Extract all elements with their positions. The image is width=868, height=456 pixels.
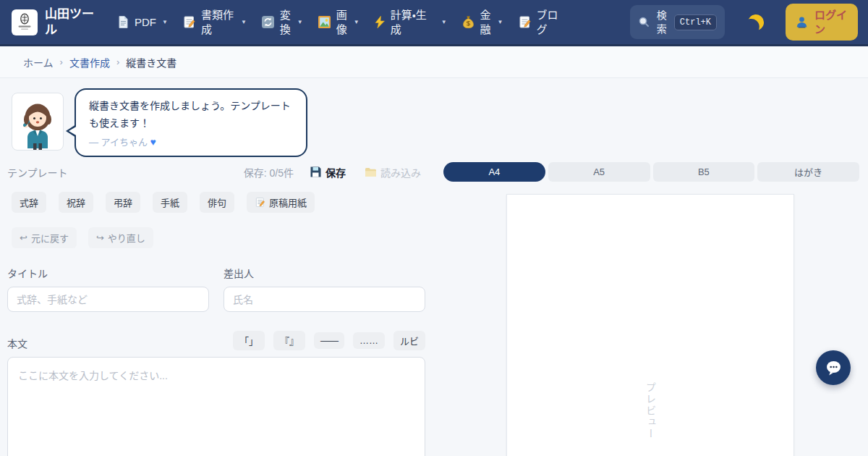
chevron-down-icon: ▼ [354, 19, 359, 25]
lightning-icon [374, 15, 386, 29]
body-label-row: 本文 「」 『』 —— …… ルビ [7, 331, 425, 350]
breadcrumb-separator: › [60, 56, 63, 67]
undo-arrow-icon: ↩ [20, 232, 27, 243]
format-toolbar: 「」 『』 —— …… ルビ [233, 331, 425, 350]
chat-widget-button[interactable] [816, 350, 851, 385]
meta-fields-row: タイトル 差出人 [7, 266, 425, 312]
chevron-down-icon: ▼ [241, 19, 247, 25]
nav-item-calculators[interactable]: 計算・生成 ▼ [367, 4, 454, 41]
nav-item-blog[interactable]: ブログ [511, 4, 566, 41]
template-chip-genkoyoshi[interactable]: 原稿用紙 [247, 192, 315, 213]
memo-pencil-icon [182, 15, 196, 29]
nav-item-images[interactable]: 画像 ▼ [311, 4, 366, 41]
document-icon [116, 15, 129, 29]
save-button[interactable]: 保存 [305, 163, 350, 182]
dark-mode-toggle-moon-icon[interactable] [747, 13, 765, 31]
body-label: 本文 [7, 336, 27, 350]
search-label: 検索 [657, 9, 668, 35]
insert-corner-brackets-button[interactable]: 「」 [233, 331, 265, 350]
template-chip-row: 式辞 祝辞 弔辞 手紙 俳句 原稿用紙 [12, 192, 425, 213]
person-icon [795, 15, 809, 29]
search-button[interactable]: 検索 Ctrl+K [630, 5, 725, 38]
assistant-message: 縦書き文書を作成しましょう。テンプレートも使えます！ [89, 98, 293, 132]
site-logo[interactable] [12, 9, 38, 35]
template-chip-shukuji[interactable]: 祝辞 [59, 192, 93, 213]
nav-item-documents[interactable]: 書類作成 ▼ [176, 4, 253, 41]
chevron-down-icon: ▼ [441, 19, 447, 25]
main-nav: PDF ▼ 書類作成 ▼ [110, 4, 566, 41]
load-button[interactable]: 読み込み [360, 163, 425, 182]
body-textarea[interactable] [7, 357, 425, 456]
insert-ellipsis-button[interactable]: …… [353, 332, 385, 349]
assistant-hero: 縦書き文書を作成しましょう。テンプレートも使えます！ — アイちゃん ♥ [0, 78, 868, 153]
blue-heart-icon: ♥ [150, 136, 156, 148]
chat-bubble-icon [824, 358, 843, 378]
preview-page: プレビュー [506, 194, 794, 456]
chevron-down-icon: ▼ [297, 19, 303, 25]
site-title: 山田ツール [45, 7, 98, 38]
tab-a4[interactable]: A4 [443, 162, 545, 182]
top-navigation-bar: 山田ツール PDF ▼ 書類作成 ▼ [0, 0, 868, 46]
redo-button[interactable]: ↪ やり直し [88, 227, 153, 248]
title-input[interactable] [7, 287, 209, 312]
preview-placeholder-text: プレビュー [643, 382, 658, 440]
avatar [12, 93, 64, 151]
preview-column: A4 A5 B5 はがき プレビュー [433, 162, 861, 456]
breadcrumb-separator: › [116, 56, 119, 67]
template-controls-row: テンプレート 保存: 0/5件 保存 [7, 162, 425, 182]
sender-label: 差出人 [224, 266, 425, 280]
breadcrumb-doc-creation[interactable]: 文書作成 [69, 55, 110, 69]
nav-item-finance[interactable]: 金融 ▼ [455, 4, 510, 41]
undo-button[interactable]: ↩ 元に戻す [12, 227, 77, 248]
search-icon [638, 16, 650, 28]
assistant-character-illustration [15, 98, 60, 150]
breadcrumb-current-page: 縦書き文書 [126, 55, 176, 69]
title-label: タイトル [7, 266, 209, 280]
template-chip-choji[interactable]: 弔辞 [106, 192, 140, 213]
title-field-group: タイトル [7, 266, 209, 312]
framed-picture-icon [318, 15, 331, 29]
money-bag-icon [461, 15, 475, 29]
tab-a5[interactable]: A5 [548, 162, 650, 182]
chevron-down-icon: ▼ [162, 19, 168, 25]
paper-size-tabs: A4 A5 B5 はがき [443, 162, 859, 182]
open-folder-icon [365, 166, 377, 177]
editor-column: テンプレート 保存: 0/5件 保存 [7, 162, 425, 456]
sender-field-group: 差出人 [224, 266, 425, 312]
template-chip-shikiji[interactable]: 式辞 [12, 192, 46, 213]
nav-item-convert[interactable]: 変換 ▼ [255, 4, 310, 41]
tab-hagaki[interactable]: はがき [757, 162, 859, 182]
nav-item-pdf[interactable]: PDF ▼ [110, 11, 174, 34]
insert-double-brackets-button[interactable]: 『』 [273, 331, 305, 350]
sender-input[interactable] [224, 287, 425, 312]
template-chip-tegami[interactable]: 手紙 [153, 192, 187, 213]
saved-count: 保存: 0/5件 [244, 165, 294, 180]
template-section-label: テンプレート [7, 165, 68, 180]
main-content: テンプレート 保存: 0/5件 保存 [0, 153, 868, 456]
chevron-down-icon: ▼ [498, 19, 503, 25]
assistant-attribution: — アイちゃん ♥ [89, 135, 293, 148]
login-button[interactable]: ログイン [786, 4, 858, 41]
assistant-speech-bubble: 縦書き文書を作成しましょう。テンプレートも使えます！ — アイちゃん ♥ [75, 88, 307, 157]
convert-arrows-icon [261, 15, 275, 29]
ruby-button[interactable]: ルビ [393, 331, 425, 350]
redo-arrow-icon: ↪ [96, 232, 104, 243]
tab-b5[interactable]: B5 [653, 162, 755, 182]
breadcrumb: ホーム › 文書作成 › 縦書き文書 [0, 46, 868, 78]
crest-logo-icon [16, 12, 33, 32]
shortcut-badge: Ctrl+K [674, 14, 717, 30]
memo-pencil-icon [255, 197, 265, 208]
template-chip-haiku[interactable]: 俳句 [200, 192, 234, 213]
history-controls: ↩ 元に戻す ↪ やり直し [12, 227, 425, 248]
floppy-disk-icon [310, 166, 322, 178]
memo-pencil-icon [518, 15, 532, 29]
breadcrumb-home[interactable]: ホーム [23, 55, 54, 69]
insert-dash-button[interactable]: —— [314, 332, 344, 349]
